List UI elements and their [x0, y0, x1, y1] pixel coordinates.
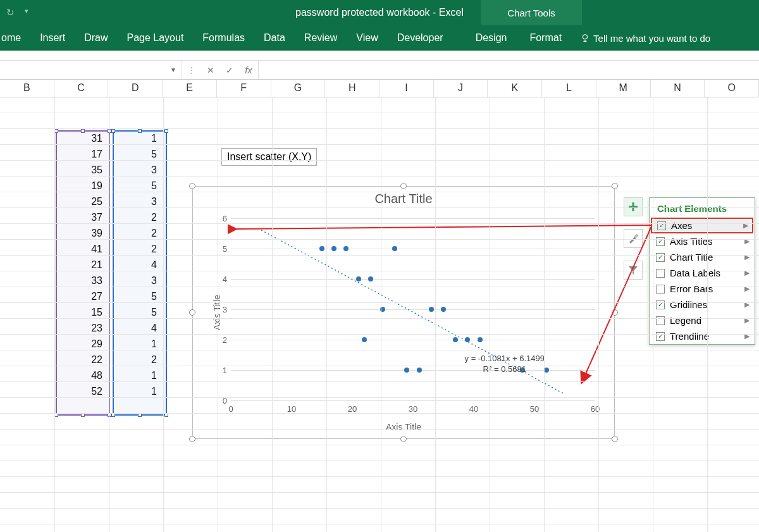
cell-c[interactable]: 17: [56, 147, 106, 163]
fbar-more-icon[interactable]: ⋮: [182, 65, 201, 75]
cell-d[interactable]: 2: [113, 242, 161, 257]
tab-formulas[interactable]: Formulas: [193, 25, 254, 51]
column-header-m[interactable]: M: [596, 80, 651, 97]
name-box[interactable]: ▼: [0, 61, 182, 79]
cell-d[interactable]: 2: [113, 352, 161, 368]
cell-c[interactable]: 35: [56, 163, 106, 178]
worksheet-grid[interactable]: Insert scatter (X,Y) Chart Title Axis Ti…: [0, 97, 759, 532]
tell-me-placeholder: Tell me what you want to do: [593, 33, 710, 44]
name-box-dropdown-icon[interactable]: ▼: [170, 66, 176, 73]
column-header-g[interactable]: G: [271, 80, 326, 97]
enter-formula-icon[interactable]: ✓: [220, 65, 239, 75]
cell-c[interactable]: 23: [56, 321, 106, 337]
cell-d[interactable]: 1: [113, 337, 161, 352]
cell-d[interactable]: 4: [113, 321, 161, 337]
cell-c[interactable]: 48: [56, 368, 106, 384]
tab-developer[interactable]: Developer: [388, 25, 453, 51]
title-bar: ↻ ▾ password protected workbook - Excel …: [0, 0, 759, 25]
cell-d[interactable]: 5: [113, 289, 161, 305]
column-header-f[interactable]: F: [217, 80, 271, 97]
cell-c[interactable]: 15: [56, 305, 106, 321]
cell-c[interactable]: 27: [56, 289, 106, 305]
cell-c[interactable]: 37: [56, 210, 106, 226]
cell-c[interactable]: 41: [56, 242, 106, 257]
cancel-formula-icon[interactable]: ✕: [201, 65, 220, 75]
cell-c[interactable]: 21: [56, 257, 106, 273]
column-header-l[interactable]: L: [542, 80, 596, 97]
column-header-n[interactable]: N: [651, 80, 705, 97]
tab-home[interactable]: ome: [0, 25, 30, 51]
column-header-d[interactable]: D: [108, 80, 163, 97]
cell-d[interactable]: 2: [113, 226, 161, 242]
column-header-k[interactable]: K: [488, 80, 542, 97]
cell-c[interactable]: 19: [56, 178, 106, 194]
cell-d[interactable]: 3: [113, 163, 161, 178]
window-title: password protected workbook - Excel: [295, 7, 464, 18]
column-header-i[interactable]: I: [379, 80, 434, 97]
column-header-c[interactable]: C: [54, 80, 109, 97]
cell-d[interactable]: 5: [113, 178, 161, 194]
column-header-o[interactable]: O: [705, 80, 759, 97]
column-header-h[interactable]: H: [325, 80, 379, 97]
cell-c[interactable]: 22: [56, 352, 106, 368]
cell-c[interactable]: 31: [56, 131, 106, 147]
cell-c[interactable]: 52: [56, 384, 106, 400]
cell-d[interactable]: 5: [113, 305, 161, 321]
tab-view[interactable]: View: [347, 25, 387, 51]
formula-bar: ▼ ⋮ ✕ ✓ fx: [0, 61, 759, 80]
cell-d[interactable]: 5: [113, 147, 161, 163]
formula-input[interactable]: [259, 61, 759, 79]
lightbulb-icon: [581, 34, 589, 42]
column-header-j[interactable]: J: [434, 80, 488, 97]
tab-draw[interactable]: Draw: [75, 25, 117, 51]
chart-tools-context-label: Chart Tools: [481, 0, 582, 25]
tab-chart-design[interactable]: Design: [464, 25, 519, 51]
cell-d[interactable]: 3: [113, 273, 161, 289]
tab-review[interactable]: Review: [295, 25, 347, 51]
tab-page-layout[interactable]: Page Layout: [117, 25, 193, 51]
svg-point-0: [583, 35, 588, 39]
cell-c[interactable]: 25: [56, 194, 106, 210]
cell-d[interactable]: 1: [113, 368, 161, 384]
tab-chart-format[interactable]: Format: [518, 25, 573, 51]
cell-c[interactable]: 29: [56, 337, 106, 352]
column-header-row: BCDEFGHIJKLMNO: [0, 80, 759, 97]
column-header-e[interactable]: E: [163, 80, 217, 97]
column-header-b[interactable]: B: [0, 80, 54, 97]
cell-c[interactable]: 39: [56, 226, 106, 242]
tab-data[interactable]: Data: [254, 25, 295, 51]
cell-d[interactable]: 4: [113, 257, 161, 273]
insert-function-icon[interactable]: fx: [239, 65, 258, 75]
tell-me-search[interactable]: Tell me what you want to do: [573, 33, 718, 44]
cell-d[interactable]: 1: [113, 384, 161, 400]
cell-d[interactable]: 3: [113, 194, 161, 210]
redo-icon[interactable]: ↻: [4, 6, 17, 20]
cell-c[interactable]: 33: [56, 273, 106, 289]
ribbon: ome Insert Draw Page Layout Formulas Dat…: [0, 25, 759, 51]
tab-insert[interactable]: Insert: [30, 25, 75, 51]
cell-d[interactable]: 1: [113, 131, 161, 147]
qat-customize-icon[interactable]: ▾: [22, 6, 31, 20]
cell-d[interactable]: 2: [113, 210, 161, 226]
